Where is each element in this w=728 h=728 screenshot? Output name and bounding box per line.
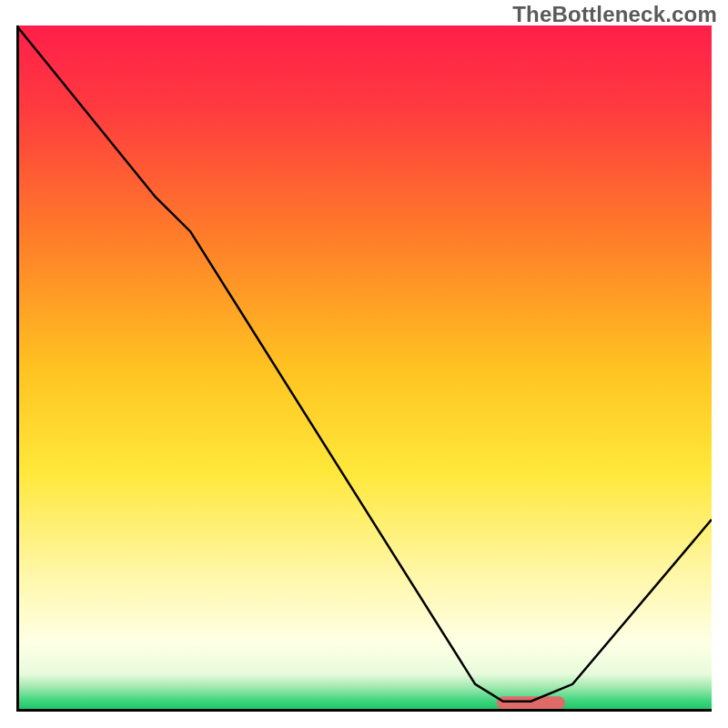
- chart-frame: TheBottleneck.com: [0, 0, 728, 728]
- watermark-text: TheBottleneck.com: [512, 2, 717, 27]
- axes-border: [16, 25, 712, 712]
